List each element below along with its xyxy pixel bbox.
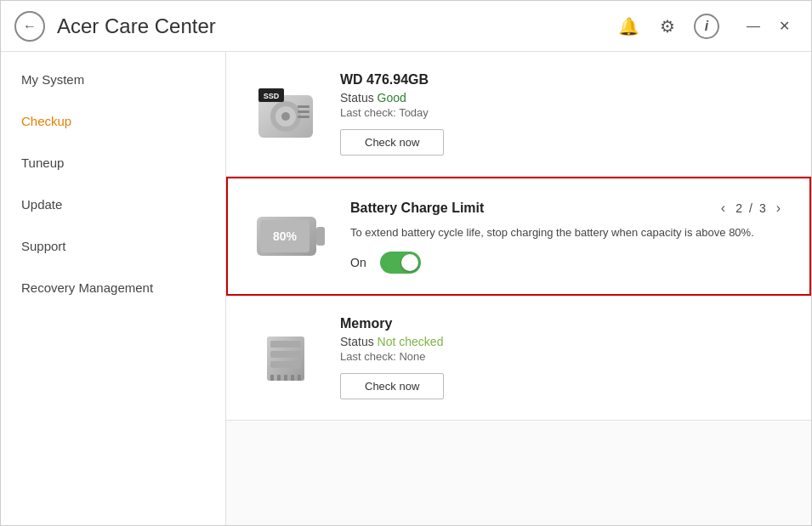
memory-status-label: Status bbox=[340, 335, 378, 348]
svg-rect-17 bbox=[270, 375, 274, 381]
bell-icon[interactable]: 🔔 bbox=[616, 14, 641, 39]
sidebar-item-update[interactable]: Update bbox=[1, 184, 225, 225]
svg-rect-20 bbox=[291, 375, 294, 381]
ssd-status-label: Status bbox=[340, 91, 378, 105]
svg-rect-6 bbox=[298, 105, 309, 108]
svg-rect-10 bbox=[316, 227, 325, 246]
svg-rect-14 bbox=[270, 341, 301, 348]
svg-rect-16 bbox=[270, 361, 301, 368]
memory-check-now-button[interactable]: Check now bbox=[340, 373, 444, 399]
memory-card: Memory Status Not checked Last check: No… bbox=[226, 296, 811, 421]
svg-rect-8 bbox=[298, 116, 309, 118]
svg-rect-7 bbox=[298, 110, 309, 113]
memory-icon bbox=[252, 324, 320, 392]
memory-status-value: Not checked bbox=[378, 335, 444, 348]
window-controls: — ✕ bbox=[740, 13, 798, 40]
app-title: Acer Care Center bbox=[57, 14, 216, 38]
svg-rect-18 bbox=[277, 375, 281, 381]
ssd-card-info: WD 476.94GB Status Good Last check: Toda… bbox=[340, 72, 786, 156]
ssd-check-now-button[interactable]: Check now bbox=[340, 129, 444, 156]
toggle-row: On bbox=[350, 252, 784, 274]
battery-page-total: 3 bbox=[759, 201, 766, 215]
memory-card-info: Memory Status Not checked Last check: No… bbox=[340, 316, 786, 399]
svg-text:80%: 80% bbox=[273, 229, 298, 243]
sidebar-item-checkup[interactable]: Checkup bbox=[1, 100, 225, 142]
battery-next-arrow[interactable]: › bbox=[773, 199, 784, 218]
close-button[interactable]: ✕ bbox=[770, 13, 798, 40]
info-icon[interactable]: i bbox=[694, 14, 719, 39]
battery-card-info: Battery Charge Limit ‹ 2/3 › To extend b… bbox=[350, 199, 784, 274]
content-area[interactable]: SSD WD 476.94GB Status Good Last check: … bbox=[226, 52, 811, 525]
battery-page-current: 2 bbox=[735, 201, 742, 215]
svg-rect-21 bbox=[298, 375, 301, 381]
battery-description: To extend battery cycle life, stop charg… bbox=[350, 224, 784, 241]
battery-toggle[interactable] bbox=[380, 252, 421, 274]
titlebar: ← Acer Care Center 🔔 ⚙ i — ✕ bbox=[1, 1, 811, 52]
battery-card: 80% Battery Charge Limit ‹ 2/3 › To exte… bbox=[226, 177, 811, 296]
minimize-button[interactable]: — bbox=[740, 13, 767, 40]
memory-status: Status Not checked bbox=[340, 335, 786, 348]
svg-point-3 bbox=[281, 112, 290, 121]
battery-icon: 80% bbox=[253, 202, 330, 270]
titlebar-left: ← Acer Care Center bbox=[14, 11, 616, 42]
sidebar-item-support[interactable]: Support bbox=[1, 225, 225, 267]
svg-rect-15 bbox=[270, 351, 301, 358]
battery-title-row: Battery Charge Limit ‹ 2/3 › bbox=[350, 199, 784, 218]
battery-title: Battery Charge Limit bbox=[350, 201, 484, 216]
memory-last-check: Last check: None bbox=[340, 350, 786, 363]
ssd-status-value: Good bbox=[378, 91, 406, 105]
battery-pagination: ‹ 2/3 › bbox=[718, 199, 784, 218]
ssd-icon: SSD bbox=[252, 80, 320, 148]
sidebar-item-my-system[interactable]: My System bbox=[1, 59, 225, 100]
battery-prev-arrow[interactable]: ‹ bbox=[718, 199, 729, 218]
sidebar-item-tuneup[interactable]: Tuneup bbox=[1, 142, 225, 184]
svg-text:SSD: SSD bbox=[264, 92, 280, 100]
titlebar-actions: 🔔 ⚙ i — ✕ bbox=[616, 13, 798, 40]
gear-icon[interactable]: ⚙ bbox=[655, 14, 680, 39]
ssd-card: SSD WD 476.94GB Status Good Last check: … bbox=[226, 52, 811, 177]
memory-title: Memory bbox=[340, 316, 786, 331]
app-window: ← Acer Care Center 🔔 ⚙ i — ✕ My System C… bbox=[0, 0, 812, 526]
main-layout: My System Checkup Tuneup Update Support … bbox=[1, 52, 811, 525]
sidebar: My System Checkup Tuneup Update Support … bbox=[1, 52, 226, 525]
back-button[interactable]: ← bbox=[14, 11, 45, 42]
sidebar-item-recovery-management[interactable]: Recovery Management bbox=[1, 267, 225, 308]
ssd-title: WD 476.94GB bbox=[340, 72, 786, 88]
toggle-label: On bbox=[350, 256, 366, 269]
ssd-status: Status Good bbox=[340, 91, 786, 105]
svg-rect-19 bbox=[284, 375, 287, 381]
ssd-last-check: Last check: Today bbox=[340, 106, 786, 119]
